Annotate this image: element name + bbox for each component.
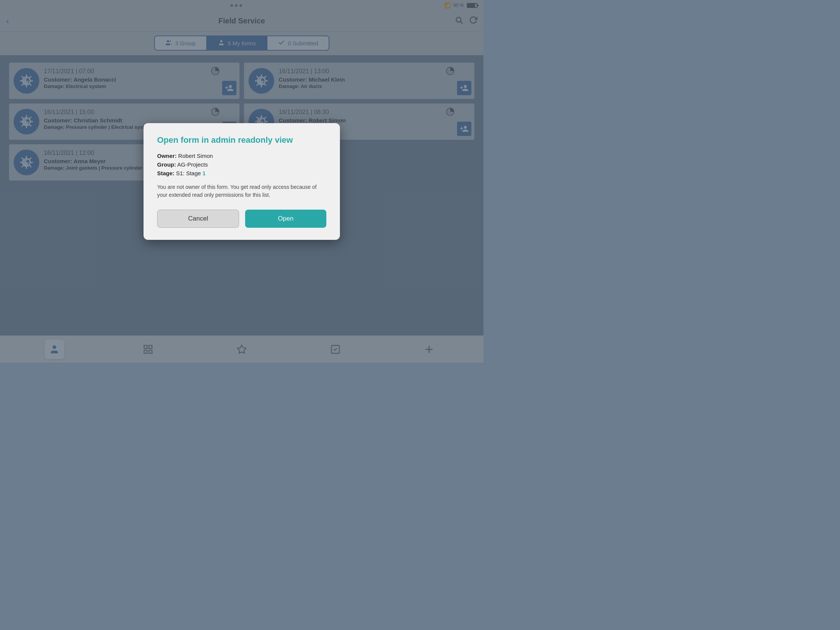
cancel-button[interactable]: Cancel bbox=[157, 210, 239, 228]
owner-label: Owner: bbox=[157, 153, 177, 159]
dialog-group: Group: AG-Projects bbox=[157, 161, 326, 168]
dialog-title: Open form in admin readonly view bbox=[157, 135, 326, 145]
dialog-buttons: Cancel Open bbox=[157, 210, 326, 228]
dialog: Open form in admin readonly view Owner: … bbox=[144, 123, 340, 240]
dialog-stage: Stage: S1: Stage 1 bbox=[157, 170, 326, 176]
stage-value-highlight: 1 bbox=[202, 170, 205, 176]
group-value: AG-Projects bbox=[177, 161, 208, 168]
stage-value-plain: S1: Stage bbox=[176, 170, 201, 176]
owner-value: Robert Simon bbox=[178, 153, 213, 159]
modal-overlay: Open form in admin readonly view Owner: … bbox=[0, 0, 483, 363]
open-button[interactable]: Open bbox=[245, 210, 326, 228]
stage-label: Stage: bbox=[157, 170, 175, 176]
dialog-description: You are not owner of this form. You get … bbox=[157, 183, 326, 199]
group-label: Group: bbox=[157, 161, 176, 168]
dialog-owner: Owner: Robert Simon bbox=[157, 153, 326, 159]
